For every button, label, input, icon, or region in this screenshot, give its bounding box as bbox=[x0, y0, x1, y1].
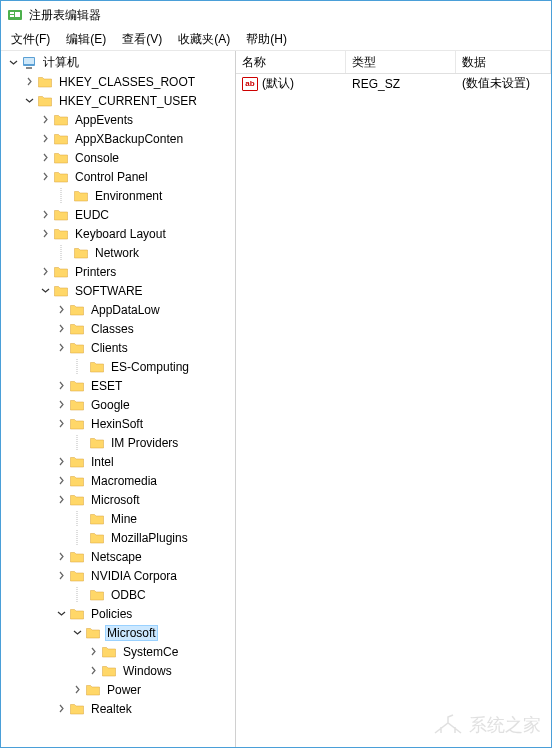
tree-label[interactable]: Google bbox=[89, 397, 132, 413]
tree-expand[interactable] bbox=[37, 283, 53, 299]
tree-expand[interactable] bbox=[53, 587, 69, 603]
tree-item[interactable]: HKEY_CURRENT_USER bbox=[1, 91, 235, 110]
tree-label[interactable]: Power bbox=[105, 682, 143, 698]
tree-item[interactable]: ODBC bbox=[1, 585, 235, 604]
tree-item[interactable]: HexinSoft bbox=[1, 414, 235, 433]
tree-item[interactable]: Intel bbox=[1, 452, 235, 471]
tree-label[interactable]: SystemCe bbox=[121, 644, 180, 660]
tree-label[interactable]: 计算机 bbox=[41, 53, 81, 72]
tree-label[interactable]: AppXBackupConten bbox=[73, 131, 185, 147]
tree-label[interactable]: Microsoft bbox=[105, 625, 158, 641]
tree-expand[interactable] bbox=[69, 625, 85, 641]
tree-expand[interactable] bbox=[53, 359, 69, 375]
tree-item[interactable]: Microsoft bbox=[1, 490, 235, 509]
tree-label[interactable]: ESET bbox=[89, 378, 124, 394]
tree-label[interactable]: IM Providers bbox=[109, 435, 180, 451]
tree-expand[interactable] bbox=[53, 568, 69, 584]
tree-label[interactable]: Console bbox=[73, 150, 121, 166]
tree-label[interactable]: SOFTWARE bbox=[73, 283, 145, 299]
tree-label[interactable]: Keyboard Layout bbox=[73, 226, 168, 242]
tree-label[interactable]: ODBC bbox=[109, 587, 148, 603]
tree-item[interactable]: Control Panel bbox=[1, 167, 235, 186]
tree-expand[interactable] bbox=[5, 55, 21, 71]
tree-expand[interactable] bbox=[85, 644, 101, 660]
tree-item[interactable]: 计算机 bbox=[1, 53, 235, 72]
tree-expand[interactable] bbox=[53, 606, 69, 622]
tree-expand[interactable] bbox=[69, 682, 85, 698]
tree-label[interactable]: ES-Computing bbox=[109, 359, 191, 375]
tree-item[interactable]: Netscape bbox=[1, 547, 235, 566]
tree-item[interactable]: AppXBackupConten bbox=[1, 129, 235, 148]
tree-item[interactable]: Keyboard Layout bbox=[1, 224, 235, 243]
tree-item[interactable]: Clients bbox=[1, 338, 235, 357]
menu-help[interactable]: 帮助(H) bbox=[238, 29, 295, 50]
tree-label[interactable]: Mine bbox=[109, 511, 139, 527]
tree-item[interactable]: Policies bbox=[1, 604, 235, 623]
tree-label[interactable]: HKEY_CURRENT_USER bbox=[57, 93, 199, 109]
tree-label[interactable]: Control Panel bbox=[73, 169, 150, 185]
tree-expand[interactable] bbox=[53, 435, 69, 451]
tree-label[interactable]: AppEvents bbox=[73, 112, 135, 128]
tree-expand[interactable] bbox=[53, 511, 69, 527]
tree-label[interactable]: Netscape bbox=[89, 549, 144, 565]
tree-item[interactable]: ESET bbox=[1, 376, 235, 395]
list-panel[interactable]: 名称 类型 数据 ab(默认) REG_SZ (数值未设置) 系统之家 bbox=[236, 51, 551, 747]
tree-item[interactable]: SystemCe bbox=[1, 642, 235, 661]
tree-label[interactable]: Printers bbox=[73, 264, 118, 280]
tree-expand[interactable] bbox=[53, 454, 69, 470]
tree-expand[interactable] bbox=[53, 701, 69, 717]
tree-label[interactable]: Realtek bbox=[89, 701, 134, 717]
tree-expand[interactable] bbox=[37, 207, 53, 223]
tree-expand[interactable] bbox=[37, 150, 53, 166]
tree-expand[interactable] bbox=[85, 663, 101, 679]
tree-item[interactable]: Network bbox=[1, 243, 235, 262]
tree-item[interactable]: Power bbox=[1, 680, 235, 699]
tree-item[interactable]: ES-Computing bbox=[1, 357, 235, 376]
tree-label[interactable]: Network bbox=[93, 245, 141, 261]
menu-favorites[interactable]: 收藏夹(A) bbox=[170, 29, 238, 50]
tree-label[interactable]: Classes bbox=[89, 321, 136, 337]
tree-label[interactable]: NVIDIA Corpora bbox=[89, 568, 179, 584]
tree-item[interactable]: Mine bbox=[1, 509, 235, 528]
tree-item[interactable]: HKEY_CLASSES_ROOT bbox=[1, 72, 235, 91]
tree-item[interactable]: Environment bbox=[1, 186, 235, 205]
list-row[interactable]: ab(默认) REG_SZ (数值未设置) bbox=[236, 74, 551, 93]
tree-expand[interactable] bbox=[37, 112, 53, 128]
tree-expand[interactable] bbox=[53, 397, 69, 413]
tree-panel[interactable]: 计算机 HKEY_CLASSES_ROOT HKEY_CURRENT_USER … bbox=[1, 51, 236, 747]
tree-label[interactable]: Clients bbox=[89, 340, 130, 356]
tree-item[interactable]: Classes bbox=[1, 319, 235, 338]
header-type[interactable]: 类型 bbox=[346, 51, 456, 73]
tree-label[interactable]: HKEY_CLASSES_ROOT bbox=[57, 74, 197, 90]
tree-expand[interactable] bbox=[37, 131, 53, 147]
tree-expand[interactable] bbox=[53, 321, 69, 337]
tree-expand[interactable] bbox=[37, 188, 53, 204]
tree-expand[interactable] bbox=[53, 492, 69, 508]
tree-expand[interactable] bbox=[53, 549, 69, 565]
tree-item[interactable]: Microsoft bbox=[1, 623, 235, 642]
tree-label[interactable]: AppDataLow bbox=[89, 302, 162, 318]
tree-expand[interactable] bbox=[37, 245, 53, 261]
tree-label[interactable]: MozillaPlugins bbox=[109, 530, 190, 546]
tree-label[interactable]: Windows bbox=[121, 663, 174, 679]
tree-item[interactable]: IM Providers bbox=[1, 433, 235, 452]
tree-label[interactable]: Policies bbox=[89, 606, 134, 622]
tree-label[interactable]: Macromedia bbox=[89, 473, 159, 489]
tree-label[interactable]: Environment bbox=[93, 188, 164, 204]
tree-item[interactable]: Console bbox=[1, 148, 235, 167]
tree-expand[interactable] bbox=[53, 340, 69, 356]
tree-expand[interactable] bbox=[53, 530, 69, 546]
tree-item[interactable]: Macromedia bbox=[1, 471, 235, 490]
tree-item[interactable]: Realtek bbox=[1, 699, 235, 718]
tree-item[interactable]: Printers bbox=[1, 262, 235, 281]
tree-item[interactable]: SOFTWARE bbox=[1, 281, 235, 300]
tree-label[interactable]: HexinSoft bbox=[89, 416, 145, 432]
tree-expand[interactable] bbox=[37, 226, 53, 242]
tree-expand[interactable] bbox=[53, 302, 69, 318]
tree-item[interactable]: NVIDIA Corpora bbox=[1, 566, 235, 585]
tree-label[interactable]: Intel bbox=[89, 454, 116, 470]
tree-item[interactable]: AppDataLow bbox=[1, 300, 235, 319]
tree-expand[interactable] bbox=[53, 378, 69, 394]
tree-label[interactable]: Microsoft bbox=[89, 492, 142, 508]
menu-file[interactable]: 文件(F) bbox=[3, 29, 58, 50]
